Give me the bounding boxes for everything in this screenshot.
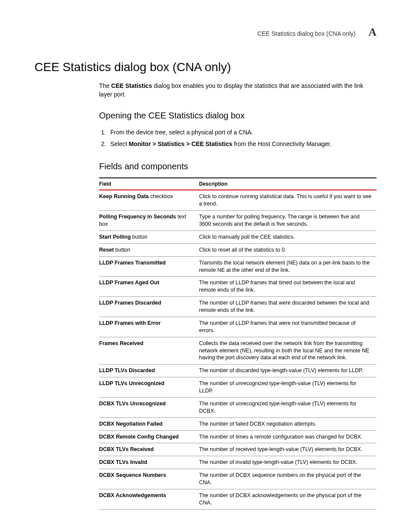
- table-row: LLDP Frames Aged OutThe number of LLDP f…: [99, 277, 377, 297]
- table-row: Frames ReceivedCollects the data receive…: [99, 337, 377, 364]
- field-cell: LLDP Frames Discarded: [99, 297, 199, 317]
- field-name: DCBX Sequence Numbers: [99, 472, 166, 478]
- step-2-suffix: from the Host Connectivity Manager.: [232, 140, 331, 147]
- field-cell: Polling Frequency in Seconds text box: [99, 211, 199, 231]
- field-name: Start Polling: [99, 234, 131, 240]
- field-cell: LLDP Frames Aged Out: [99, 277, 199, 297]
- description-cell: The number of failed DCBX negotiation at…: [199, 417, 377, 430]
- field-name: DCBX Negotiation Failed: [99, 421, 162, 427]
- table-row: DCBX TLVs UnrecognizedThe number of unre…: [99, 397, 377, 417]
- description-cell: The number of LLDP frames that were disc…: [199, 297, 377, 317]
- col-field: Field: [99, 178, 199, 190]
- description-cell: Click to reset all of the statistics to …: [199, 243, 377, 256]
- steps-list: From the device tree, select a physical …: [99, 127, 377, 149]
- field-suffix: button: [131, 234, 147, 240]
- field-name: Reset: [99, 247, 114, 253]
- description-cell: The number of LLDP frames that timed out…: [199, 277, 377, 297]
- table-row: DCBX Sequence NumbersThe number of DCBX …: [99, 469, 377, 489]
- intro-paragraph: The CEE Statistics dialog box enables yo…: [99, 82, 377, 99]
- description-cell: The number of invalid type-length-value …: [199, 456, 377, 469]
- running-head-text: CEE Statistics dialog box (CNA only): [257, 30, 355, 37]
- description-cell: The number of DCBX acknowledgements on t…: [199, 489, 377, 509]
- description-cell: Click to manually poll the CEE statistic…: [199, 230, 377, 243]
- table-row: Polling Frequency in Seconds text boxTyp…: [99, 211, 377, 231]
- fields-table: Field Description Keep Running Data chec…: [99, 177, 377, 509]
- field-cell: DCBX TLVs Received: [99, 443, 199, 456]
- col-description: Description: [199, 178, 377, 190]
- description-cell: The number of unrecognized type-length-v…: [199, 397, 377, 417]
- field-cell: LLDP Frames Transmitted: [99, 256, 199, 277]
- description-cell: The number of received type-length-value…: [199, 443, 377, 456]
- page-title: CEE Statistics dialog box (CNA only): [34, 60, 377, 74]
- field-name: DCBX Acknowledgements: [99, 492, 166, 498]
- description-cell: Click to continue running statistical da…: [199, 190, 377, 210]
- section-opening: Opening the CEE Statistics dialog box: [99, 111, 377, 121]
- table-row: LLDP TLVs UnrecognizedThe number of unre…: [99, 377, 377, 398]
- field-name: LLDP Frames Discarded: [99, 300, 161, 306]
- field-suffix: button: [114, 247, 130, 253]
- field-cell: Start Polling button: [99, 230, 199, 243]
- field-cell: DCBX Remote Config Changed: [99, 430, 199, 443]
- field-cell: LLDP Frames with Error: [99, 317, 199, 337]
- page: CEE Statistics dialog box (CNA only) A C…: [0, 0, 411, 532]
- section-fields: Fields and components: [99, 162, 377, 171]
- field-name: DCBX Remote Config Changed: [99, 434, 179, 440]
- table-row: Keep Running Data checkboxClick to conti…: [99, 190, 377, 210]
- field-name: Keep Running Data: [99, 193, 149, 199]
- field-cell: DCBX Sequence Numbers: [99, 469, 199, 489]
- field-name: LLDP TLVs Unrecognized: [99, 380, 165, 386]
- running-header: CEE Statistics dialog box (CNA only) A: [34, 26, 377, 39]
- appendix-letter: A: [368, 26, 377, 39]
- table-row: Reset buttonClick to reset all of the st…: [99, 243, 377, 256]
- table-row: DCBX Negotiation FailedThe number of fai…: [99, 417, 377, 430]
- description-cell: Transmits the local network element (NE)…: [199, 256, 377, 277]
- field-name: Frames Received: [99, 340, 143, 346]
- intro-prefix: The: [99, 82, 111, 89]
- step-2-bold: Monitor > Statistics > CEE Statistics: [129, 140, 232, 147]
- description-cell: Collects the data received over the netw…: [199, 337, 377, 364]
- field-cell: Frames Received: [99, 337, 199, 364]
- field-cell: DCBX Acknowledgements: [99, 489, 199, 509]
- step-1: From the device tree, select a physical …: [108, 127, 377, 138]
- field-cell: DCBX TLVs Invalid: [99, 456, 199, 469]
- field-name: DCBX TLVs Unrecognized: [99, 401, 166, 407]
- field-name: DCBX TLVs Received: [99, 446, 154, 452]
- field-name: LLDP Frames Transmitted: [99, 260, 166, 266]
- field-cell: DCBX Negotiation Failed: [99, 417, 199, 430]
- field-cell: LLDP TLVs Unrecognized: [99, 377, 199, 398]
- intro-bold: CEE Statistics: [111, 82, 152, 89]
- table-row: LLDP TLVs DiscardedThe number of discard…: [99, 364, 377, 377]
- field-name: LLDP Frames Aged Out: [99, 280, 159, 286]
- table-row: DCBX TLVs InvalidThe number of invalid t…: [99, 456, 377, 469]
- table-row: DCBX AcknowledgementsThe number of DCBX …: [99, 489, 377, 509]
- description-cell: Type a number for polling frequency. The…: [199, 211, 377, 231]
- field-name: LLDP Frames with Error: [99, 320, 161, 326]
- table-row: Start Polling buttonClick to manually po…: [99, 230, 377, 243]
- field-cell: LLDP TLVs Discarded: [99, 364, 199, 377]
- table-row: LLDP Frames with ErrorThe number of LLDP…: [99, 317, 377, 337]
- table-row: LLDP Frames TransmittedTransmits the loc…: [99, 256, 377, 277]
- step-2: Select Monitor > Statistics > CEE Statis…: [108, 138, 377, 150]
- description-cell: The number of times a remote configurati…: [199, 430, 377, 443]
- step-2-prefix: Select: [110, 140, 129, 147]
- description-cell: The number of LLDP frames that were not …: [199, 317, 377, 337]
- field-cell: Reset button: [99, 243, 199, 256]
- field-suffix: checkbox: [149, 193, 173, 199]
- field-name: DCBX TLVs Invalid: [99, 459, 147, 465]
- field-name: LLDP TLVs Discarded: [99, 367, 155, 373]
- table-header-row: Field Description: [99, 178, 377, 190]
- table-row: DCBX TLVs ReceivedThe number of received…: [99, 443, 377, 456]
- description-cell: The number of unrecognized type-length-v…: [199, 377, 377, 398]
- description-cell: The number of discarded type-length-valu…: [199, 364, 377, 377]
- field-cell: Keep Running Data checkbox: [99, 190, 199, 210]
- description-cell: The number of DCBX sequence numbers on t…: [199, 469, 377, 489]
- table-row: DCBX Remote Config ChangedThe number of …: [99, 430, 377, 443]
- field-name: Polling Frequency in Seconds: [99, 214, 176, 220]
- field-cell: DCBX TLVs Unrecognized: [99, 397, 199, 417]
- table-row: LLDP Frames DiscardedThe number of LLDP …: [99, 297, 377, 317]
